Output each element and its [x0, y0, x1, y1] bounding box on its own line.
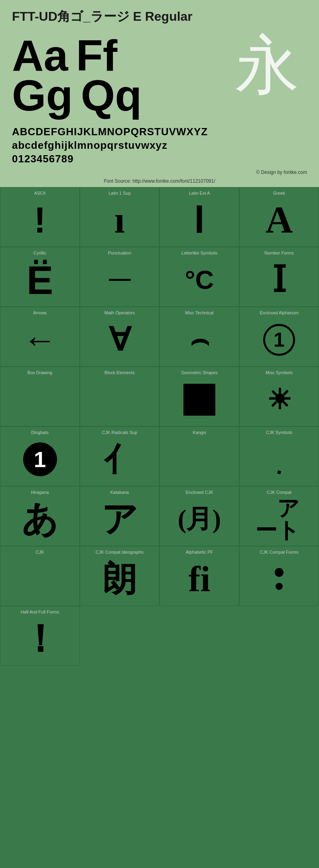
- glyph-char-cyrillic: Ë: [27, 257, 53, 302]
- header-section: FTT-UD角ゴ_ラージ E Regular Aa Ff Gg Qq 永 ABC…: [0, 0, 319, 187]
- glyph-label-boxdrawing: Box Drawing: [2, 370, 77, 375]
- glyph-label-hiragana: Hiragana: [2, 490, 77, 495]
- glyph-cell-misctech: Misc Technical ⌢: [160, 307, 239, 367]
- glyph-char-halffulls: ！: [21, 616, 59, 661]
- glyph-label-letterlike: Letterlike Symbols: [162, 251, 237, 255]
- glyph-label-greek: Greek: [242, 191, 317, 195]
- glyph-label-punctuation: Punctuation: [82, 251, 157, 255]
- glyph-label-cjkradicals: CJK Radicals Sup: [82, 430, 157, 435]
- glyph-cell-punctuation: Punctuation: [80, 247, 160, 307]
- font-source: Font Source: http://www.fontke.com/font/…: [12, 177, 307, 187]
- font-title: FTT-UD角ゴ_ラージ E Regular: [12, 8, 307, 30]
- glyph-char-hiragana: あ: [22, 497, 58, 542]
- glyph-cell-letterlike: Letterlike Symbols °C: [160, 247, 239, 307]
- glyph-char-dingbats: 1: [23, 437, 57, 482]
- glyph-char-alphabeticpf: fi: [189, 556, 211, 602]
- glyph-label-miscsymbols: Misc Symbols: [242, 370, 317, 375]
- glyph-label-cjksymbols: CJK Symbols: [242, 430, 317, 435]
- dot-2: [276, 583, 283, 590]
- glyph-label-cyrillic: Cyrillic: [2, 251, 77, 255]
- glyph-char-geoshapes: [183, 377, 215, 422]
- glyph-cell-boxdrawing: Box Drawing: [0, 367, 80, 426]
- glyph-label-cjkcompatideo: CJK Compat Ideographs: [82, 550, 157, 554]
- glyph-cell-miscsymbols: Misc Symbols ☀: [239, 367, 319, 426]
- glyph-label-misctech: Misc Technical: [162, 310, 237, 315]
- glyph-label-katakana: Katakana: [82, 490, 157, 495]
- cjk-compat-line1: ア: [277, 497, 299, 519]
- glyph-char-mathops: ∀: [109, 317, 131, 362]
- glyph-label-kangxi: Kangxi: [162, 430, 237, 435]
- lowercase-alphabet: abcdefghijklmnopqrstuvwxyz: [12, 139, 307, 152]
- glyph-label-mathops: Math Operators: [82, 310, 157, 315]
- glyph-char-cjkradicals: ⺅: [104, 437, 136, 482]
- glyph-char-letterlike: °C: [185, 257, 214, 302]
- glyph-label-geoshapes: Geometric Shapes: [162, 370, 237, 375]
- glyph-char-cjkcompatideo: 朗: [103, 556, 137, 602]
- glyph-grid: ASCII ! Latin 1 Sup ı Latin Ext A l Gree…: [0, 187, 319, 666]
- glyph-label-cjkcompat: CJK Compat: [242, 490, 317, 495]
- glyph-char-latin1sup: ı: [114, 197, 125, 243]
- glyph-char-cjkcompat: ア ート: [255, 497, 303, 542]
- preview-area: Aa Ff Gg Qq 永: [12, 30, 307, 121]
- glyph-cell-latinexta: Latin Ext A l: [160, 187, 239, 247]
- glyph-label-enclosed: Enclosed Alphanum: [242, 310, 317, 315]
- glyph-label-halffulls: Half And Full Forms: [2, 610, 77, 614]
- glyph-char-enclosedcjk: (月): [178, 497, 221, 542]
- glyph-label-arrows: Arrows: [2, 310, 77, 315]
- glyph-cell-mathops: Math Operators ∀: [80, 307, 160, 367]
- glyph-char-miscsymbols: ☀: [267, 377, 292, 422]
- glyph-cell-blockelements: Block Elements: [80, 367, 160, 426]
- cjk-compat-text: ア ート: [255, 497, 299, 541]
- glyph-char-enclosed: 1: [263, 317, 295, 362]
- glyph-cell-latin1sup: Latin 1 Sup ı: [80, 187, 160, 247]
- copyright: © Design by fontke.com: [12, 168, 307, 177]
- dot-1: [275, 568, 284, 577]
- glyph-cell-cjk: CJK: [0, 546, 80, 606]
- glyph-char-arrows: ←: [23, 317, 57, 362]
- glyph-char-misctech: ⌢: [190, 317, 209, 362]
- letter-qq: Qq: [81, 73, 142, 117]
- glyph-cell-enclosed: Enclosed Alphanum 1: [239, 307, 319, 367]
- two-dots: [275, 568, 284, 590]
- cjk-symbol-mark: [277, 470, 281, 474]
- cjk-compat-line2: ート: [255, 519, 299, 541]
- glyph-cell-hiragana: Hiragana あ: [0, 486, 80, 546]
- letter-gg: Gg: [12, 73, 73, 117]
- glyph-cell-cjkcompatforms: CJK Compat Forms: [239, 546, 319, 606]
- glyph-cell-enclosedcjk: Enclosed CJK (月): [160, 486, 239, 546]
- glyph-cell-greek: Greek Α: [239, 187, 319, 247]
- glyph-cell-numberforms: Number Forms Ⅰ: [239, 247, 319, 307]
- dingbat-circle-1: 1: [23, 442, 57, 476]
- glyph-char-cjkcompatforms: [275, 556, 284, 602]
- glyph-label-numberforms: Number Forms: [242, 251, 317, 255]
- kanji-preview: 永: [227, 34, 307, 97]
- glyph-label-cjkcompatforms: CJK Compat Forms: [242, 550, 317, 554]
- glyph-label-alphabeticpf: Alphabetic PF: [162, 550, 237, 554]
- glyph-cell-katakana: Katakana ア: [80, 486, 160, 546]
- glyph-cell-alphabeticpf: Alphabetic PF fi: [160, 546, 239, 606]
- enclosed-circle-1: 1: [263, 324, 295, 356]
- glyph-cell-arrows: Arrows ←: [0, 307, 80, 367]
- uppercase-alphabet: ABCDEFGHIJKLMNOPQRSTUVWXYZ: [12, 125, 307, 139]
- glyph-label-blockelements: Block Elements: [82, 370, 157, 375]
- glyph-cell-halffulls: Half And Full Forms ！: [0, 606, 80, 666]
- glyph-label-ascii: ASCII: [2, 191, 77, 195]
- glyph-cell-dingbats: Dingbats 1: [0, 426, 80, 486]
- glyph-char-ascii: !: [34, 197, 46, 243]
- glyph-cell-cyrillic: Cyrillic Ë: [0, 247, 80, 307]
- glyph-cell-cjkcompat: CJK Compat ア ート: [239, 486, 319, 546]
- glyph-label-latin1sup: Latin 1 Sup: [82, 191, 157, 195]
- glyph-char-katakana: ア: [101, 497, 138, 542]
- latin-preview: Aa Ff Gg Qq: [12, 34, 227, 117]
- alphabet-section: ABCDEFGHIJKLMNOPQRSTUVWXYZ abcdefghijklm…: [12, 121, 307, 168]
- glyph-char-greek: Α: [266, 197, 293, 243]
- glyph-cell-cjkradicals: CJK Radicals Sup ⺅: [80, 426, 160, 486]
- glyph-label-dingbats: Dingbats: [2, 430, 77, 435]
- geo-square: [183, 384, 215, 416]
- glyph-cell-cjkcompatideo: CJK Compat Ideographs 朗: [80, 546, 160, 606]
- glyph-char-numberforms: Ⅰ: [272, 257, 286, 302]
- kanji-char: 永: [235, 34, 299, 97]
- glyph-cell-ascii: ASCII !: [0, 187, 80, 247]
- glyph-label-cjk: CJK: [2, 550, 77, 554]
- glyph-cell-kangxi: Kangxi: [160, 426, 239, 486]
